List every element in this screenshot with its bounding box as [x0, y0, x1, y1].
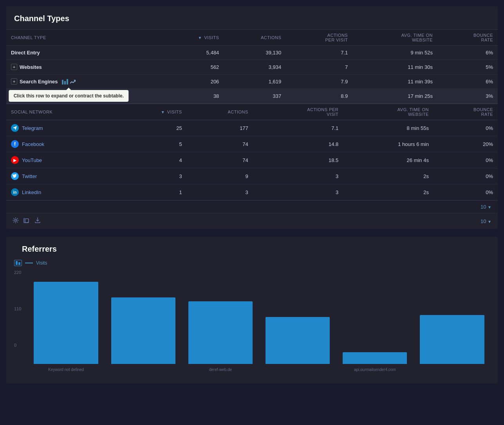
social-actions-youtube: 74	[187, 152, 253, 168]
social-table-row[interactable]: Telegram 25 177 7.1 8 min 55s 0%	[6, 120, 498, 136]
chart-bar	[188, 301, 253, 364]
bar-group: Keyword not defined	[28, 278, 104, 364]
social-bounce-facebook: 20%	[434, 136, 498, 152]
expand-icon-websites[interactable]: +	[11, 64, 17, 70]
channel-name-websites[interactable]: + Websites	[6, 60, 161, 74]
y-label-220: 220	[14, 270, 21, 275]
svg-rect-6	[18, 262, 20, 265]
y-label-110: 110	[14, 306, 21, 311]
export-icon[interactable]	[34, 217, 41, 225]
channel-types-panel: Channel Types CHANNEL TYPE ▼ VISITS ACTI…	[6, 6, 498, 229]
apv-search: 7.9	[286, 74, 352, 89]
social-actions-twitter: 9	[187, 168, 253, 184]
chart-icon	[62, 79, 68, 85]
social-actions-linkedin: 3	[187, 184, 253, 200]
social-networks-subtable: SOCIAL NETWORK ▼ VISITS ACTIONS ACTIONS …	[6, 103, 498, 213]
visits-websites: 562	[161, 60, 224, 74]
table-row[interactable]: + Websites 562 3,934 7 11 min 30s 5%	[6, 60, 498, 74]
svg-rect-5	[16, 261, 18, 265]
table-row-social-networks[interactable]: − Social Networks 38 337 8.9 17 min 25s …	[6, 89, 498, 103]
chart-bar	[266, 317, 330, 364]
social-visits-facebook: 5	[119, 136, 186, 152]
social-apv-youtube: 18.5	[253, 152, 343, 168]
expand-icon-search[interactable]: +	[11, 78, 17, 85]
avgtime-social: 17 min 25s	[352, 89, 437, 103]
chart-bar	[420, 315, 484, 364]
legend-visits-label: Visits	[36, 260, 47, 266]
sub-sort-arrow: ▼	[161, 110, 165, 114]
channel-types-table: CHANNEL TYPE ▼ VISITS ACTIONS ACTIONSPER…	[6, 29, 498, 103]
actions-search: 1,619	[224, 74, 286, 89]
table-row: Direct Entry 5,484 39,130 7.1 9 min 52s …	[6, 46, 498, 60]
social-icon-twitter	[11, 172, 19, 180]
social-visits-linkedin: 1	[119, 184, 186, 200]
bar-group	[414, 278, 490, 364]
main-rows-per-page[interactable]: 10 ▼	[481, 218, 491, 224]
col-header-channel-type: CHANNEL TYPE	[6, 30, 161, 46]
social-table-row[interactable]: in LinkedIn 1 3 3 2s 0%	[6, 184, 498, 200]
col-header-bounce: BOUNCERATE	[437, 30, 498, 46]
apv-websites: 7	[286, 60, 352, 74]
actions-social: 337	[224, 89, 286, 103]
tooltip-trigger: Click this row to expand or contract the…	[62, 78, 76, 85]
bounce-websites: 5%	[437, 60, 498, 74]
settings-icon[interactable]	[13, 217, 19, 225]
social-apv-telegram: 7.1	[253, 120, 343, 136]
sort-arrow-visits: ▼	[198, 36, 202, 40]
avgtime-direct: 9 min 52s	[352, 46, 437, 60]
y-label-0: 0	[14, 343, 21, 348]
legend-line	[25, 263, 33, 263]
social-networks-table: SOCIAL NETWORK ▼ VISITS ACTIONS ACTIONS …	[6, 104, 498, 200]
sub-col-header-actions: ACTIONS	[187, 104, 253, 120]
social-name-linkedin: in LinkedIn	[6, 184, 119, 200]
avgtime-search: 11 min 39s	[352, 74, 437, 89]
visits-direct: 5,484	[161, 46, 224, 60]
channel-types-title: Channel Types	[6, 14, 498, 29]
social-avgtime-linkedin: 2s	[343, 184, 434, 200]
social-name-youtube: ▶ YouTube	[6, 152, 119, 168]
chevron-down-icon-footer: ▼	[488, 220, 491, 224]
bar-group	[260, 278, 336, 364]
footer-icons	[13, 217, 41, 225]
chart-legend: Visits	[14, 260, 490, 266]
social-table-row[interactable]: Twitter 3 9 3 2s 0%	[6, 168, 498, 184]
social-visits-twitter: 3	[119, 168, 186, 184]
channel-name-search[interactable]: + Search Engines	[6, 74, 161, 89]
channel-name-direct: Direct Entry	[6, 46, 161, 60]
social-apv-facebook: 14.8	[253, 136, 343, 152]
bar-label: deref-web.de	[209, 367, 232, 372]
table-row[interactable]: + Search Engines	[6, 74, 498, 89]
svg-rect-1	[64, 81, 66, 85]
bounce-direct: 6%	[437, 46, 498, 60]
social-bounce-twitter: 0%	[434, 168, 498, 184]
svg-rect-2	[67, 79, 68, 85]
social-name-twitter: Twitter	[6, 168, 119, 184]
y-axis: 220 110 0	[14, 270, 21, 364]
social-table-row[interactable]: f Facebook 5 74 14.8 1 hours 6 min 20%	[6, 136, 498, 152]
apv-social: 8.9	[286, 89, 352, 103]
sub-col-header-visits: ▼ VISITS	[119, 104, 186, 120]
social-bounce-linkedin: 0%	[434, 184, 498, 200]
social-table-row[interactable]: ▶ YouTube 4 74 18.5 26 min 4s 0%	[6, 152, 498, 168]
bounce-search: 6%	[437, 74, 498, 89]
expand-icon-social[interactable]: −	[11, 93, 17, 99]
sub-col-header-bounce: BOUNCERATE	[434, 104, 498, 120]
chart-bar	[111, 297, 175, 364]
social-icon-youtube: ▶	[11, 156, 19, 164]
chart-bar	[343, 352, 407, 364]
social-avgtime-twitter: 2s	[343, 168, 434, 184]
referrers-title: Referrers	[14, 245, 490, 260]
social-icon-linkedin: in	[11, 188, 19, 196]
subtable-rows-per-page[interactable]: 10 ▼	[481, 204, 491, 210]
col-header-avg-time: AVG. TIME ONWEBSITE	[352, 30, 437, 46]
svg-rect-0	[62, 80, 63, 85]
channel-name-social[interactable]: − Social Networks	[6, 89, 161, 103]
social-name-facebook: f Facebook	[6, 136, 119, 152]
chart-icon-legend	[14, 260, 22, 266]
bar-group: api.ourmailsender4.com	[337, 278, 413, 364]
social-bounce-telegram: 0%	[434, 120, 498, 136]
copy-icon[interactable]	[23, 217, 30, 225]
trend-icon	[70, 79, 76, 84]
bounce-social: 3%	[437, 89, 498, 103]
chevron-down-icon: ▼	[488, 205, 491, 209]
